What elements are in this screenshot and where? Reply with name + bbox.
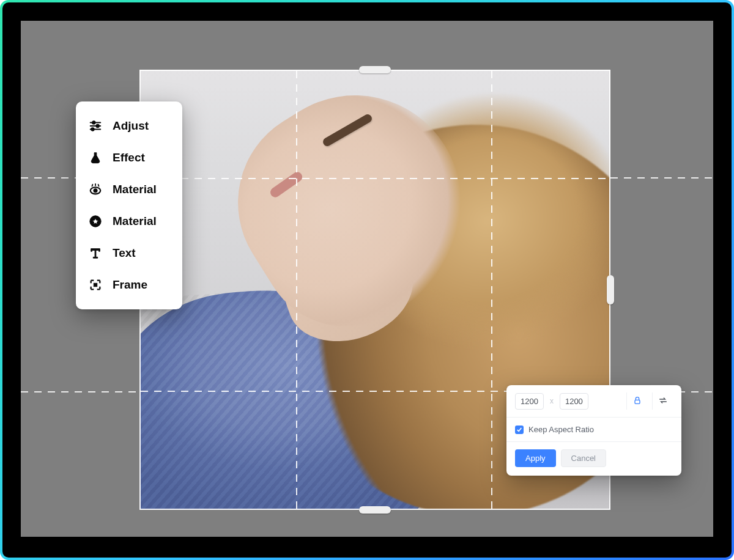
editor-stage: Adjust Effect Ma xyxy=(21,21,713,537)
keep-aspect-label: Keep Aspect Ratio xyxy=(528,425,594,434)
dimension-separator: x xyxy=(549,397,555,405)
menu-item-material-eye[interactable]: Material xyxy=(81,174,177,205)
cancel-button[interactable]: Cancel xyxy=(561,449,606,467)
crop-handle-right[interactable] xyxy=(607,275,614,304)
guide-line xyxy=(21,391,139,392)
svg-point-5 xyxy=(91,128,94,130)
menu-item-text[interactable]: Text xyxy=(81,237,177,269)
sliders-icon xyxy=(88,119,103,133)
crop-handle-bottom[interactable] xyxy=(359,506,391,514)
svg-point-10 xyxy=(94,189,97,193)
eye-icon xyxy=(88,182,103,197)
apply-button[interactable]: Apply xyxy=(515,449,556,467)
svg-rect-13 xyxy=(635,400,640,403)
aspect-ratio-row: Keep Aspect Ratio xyxy=(506,418,681,442)
menu-item-label: Adjust xyxy=(113,119,149,133)
menu-item-label: Material xyxy=(113,215,157,228)
app-frame: Adjust Effect Ma xyxy=(0,0,734,560)
svg-point-1 xyxy=(92,121,95,123)
menu-item-effect[interactable]: Effect xyxy=(81,142,177,174)
width-input[interactable]: 1200 xyxy=(515,393,544,410)
swap-dimensions-button[interactable] xyxy=(652,392,673,410)
svg-line-6 xyxy=(92,185,93,186)
flask-icon xyxy=(88,150,103,165)
star-badge-icon xyxy=(88,214,103,229)
menu-item-label: Text xyxy=(113,246,136,260)
menu-item-label: Material xyxy=(113,183,157,196)
text-icon xyxy=(88,246,103,260)
svg-line-8 xyxy=(98,185,99,186)
crop-handle-top[interactable] xyxy=(359,66,391,73)
menu-item-material-star[interactable]: Material xyxy=(81,205,177,237)
dimensions-panel: 1200 x 1200 xyxy=(506,385,681,476)
guide-line xyxy=(610,177,713,179)
tools-menu: Adjust Effect Ma xyxy=(76,101,182,309)
frame-icon xyxy=(88,278,103,292)
menu-item-label: Frame xyxy=(113,278,147,292)
svg-point-3 xyxy=(96,125,98,127)
lock-icon xyxy=(632,396,642,407)
keep-aspect-checkbox[interactable] xyxy=(515,426,524,434)
menu-item-frame[interactable]: Frame xyxy=(81,269,177,301)
lock-aspect-button[interactable] xyxy=(626,392,647,410)
dimensions-row: 1200 x 1200 xyxy=(506,385,681,418)
menu-item-adjust[interactable]: Adjust xyxy=(81,110,177,142)
app-inner-frame: Adjust Effect Ma xyxy=(2,2,732,558)
actions-row: Apply Cancel xyxy=(506,442,681,476)
height-input[interactable]: 1200 xyxy=(560,393,588,410)
svg-rect-12 xyxy=(94,283,97,287)
menu-item-label: Effect xyxy=(113,151,145,164)
swap-icon xyxy=(658,396,668,407)
